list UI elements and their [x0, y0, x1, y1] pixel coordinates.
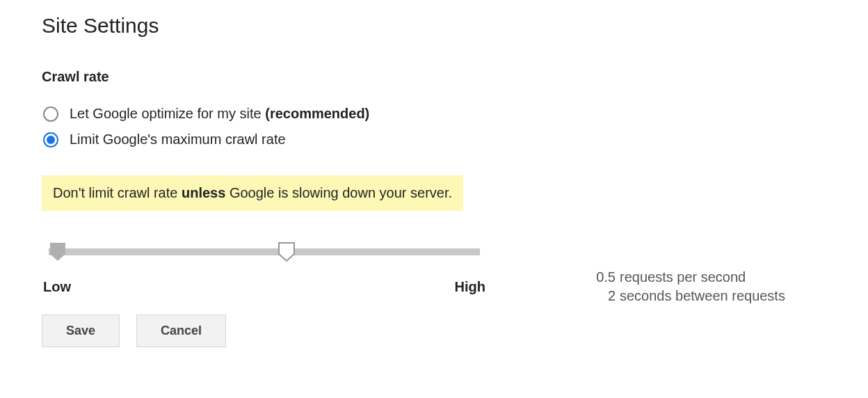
radio-label: Let Google optimize for my site (recomme… — [70, 106, 369, 122]
crawl-rate-radio-group: Let Google optimize for my site (recomme… — [43, 106, 826, 148]
requests-per-second-label: requests per second — [620, 269, 746, 285]
slider-block: Low High Save Cancel — [42, 239, 487, 347]
seconds-between-value: 2 — [588, 288, 616, 304]
requests-per-second-value: 0.5 — [588, 269, 616, 285]
crawl-rate-warning: Don't limit crawl rate unless Google is … — [42, 175, 463, 211]
slider-labels: Low High — [42, 279, 487, 295]
crawl-rate-readout: 0.5 requests per second 2 seconds betwee… — [588, 269, 785, 307]
radio-option-limit[interactable]: Limit Google's maximum crawl rate — [43, 132, 826, 148]
save-button[interactable]: Save — [42, 315, 120, 347]
slider-readout-row: Low High Save Cancel 0.5 requests per se… — [42, 239, 826, 347]
button-row: Save Cancel — [42, 315, 487, 347]
crawl-rate-slider[interactable] — [42, 239, 487, 266]
radio-option-optimize[interactable]: Let Google optimize for my site (recomme… — [43, 106, 826, 122]
cancel-button[interactable]: Cancel — [136, 315, 226, 347]
radio-label: Limit Google's maximum crawl rate — [70, 132, 286, 148]
radio-icon — [43, 106, 58, 122]
slider-min-handle-icon — [49, 243, 67, 261]
slider-high-label: High — [455, 279, 485, 295]
seconds-between-label: seconds between requests — [620, 288, 785, 304]
slider-track — [49, 248, 480, 255]
page-title: Site Settings — [42, 14, 826, 38]
crawl-rate-label: Crawl rate — [42, 69, 826, 85]
slider-handle-icon[interactable] — [278, 243, 296, 261]
radio-icon — [43, 132, 58, 148]
slider-low-label: Low — [43, 279, 71, 295]
